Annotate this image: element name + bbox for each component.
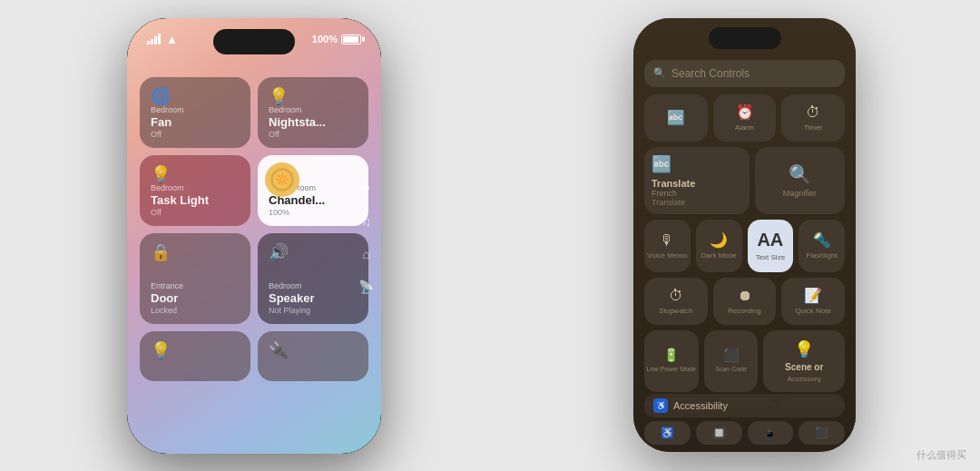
door-sub: Locked	[151, 306, 240, 315]
translate-tile[interactable]: 🔤 Translate French Translate	[644, 147, 750, 214]
accessibility-icon: ♿	[653, 398, 668, 413]
battery-text: 100%	[312, 34, 338, 44]
quick-note-label: Quick Note	[795, 307, 831, 315]
voice-memo-label: Voice Memo	[647, 251, 687, 260]
translate-bottom: Translate	[652, 198, 742, 207]
scan-code-label: Scan Code	[715, 365, 747, 373]
fan-icon: 🌀	[151, 86, 171, 106]
flashlight-icon: 🔦	[813, 231, 831, 249]
fan-sub: Off	[151, 130, 240, 139]
recording-icon: ⏺	[738, 288, 752, 304]
left-screen: ▲ 100% 🌀 Bedroom Fan Off	[127, 18, 381, 454]
dark-mode-tile[interactable]: 🌙 Dark Mode	[696, 220, 742, 272]
nightstand-room: Bedroom	[269, 105, 358, 115]
recording-label: Recording	[728, 307, 760, 315]
translate-sub: French	[652, 189, 742, 198]
chandelier-ring-inner: 🔆	[270, 168, 294, 191]
bottom-icon-2[interactable]: 🔲	[696, 421, 742, 445]
tasklight-name: Task Light	[151, 193, 240, 208]
low-power-tile[interactable]: 🔋 Low Power Mode	[644, 330, 699, 392]
chandelier-sub: 100%	[269, 208, 358, 217]
translate-icon: 🔤	[652, 154, 742, 174]
scene-sub: Accessory	[788, 375, 821, 383]
alarm-label: Alarm	[735, 123, 754, 132]
stopwatch-row: ⏱ Stopwatch ⏺ Recording 📝 Quick Note	[644, 278, 845, 325]
search-icon: 🔍	[653, 67, 666, 79]
dark-mode-icon: 🌙	[710, 231, 728, 249]
translate-small-tile[interactable]: 🔤	[644, 94, 708, 142]
top-icon-row: 🔤 ⏰ Alarm ⏱ Timer	[644, 94, 845, 142]
stopwatch-label: Stopwatch	[659, 307, 692, 315]
left-phone-body: ▲ 100% 🌀 Bedroom Fan Off	[127, 18, 381, 454]
right-phone: 🔍 Search Controls 🔤 ⏰ Alarm ⏱ Timer	[617, 14, 871, 458]
timer-label: Timer	[804, 123, 822, 132]
status-right: 100%	[312, 34, 361, 44]
outlet-tile[interactable]: 🔌	[258, 331, 368, 381]
timer-tile[interactable]: ⏱ Timer	[781, 94, 845, 142]
speaker-name: Speaker	[269, 291, 358, 306]
nightstand-tile[interactable]: 💡 Bedroom Nightsta... Off	[258, 77, 368, 148]
lock-icon: 🔒	[151, 242, 171, 262]
screen-right-icons: ♥ ♫ ⌂ 📡	[358, 182, 374, 294]
music-icon: ♫	[361, 214, 371, 229]
door-name: Door	[151, 291, 240, 306]
low-power-icon: 🔋	[663, 348, 679, 362]
accessibility-text: Accessibility	[673, 400, 728, 411]
left-phone: ▲ 100% 🌀 Bedroom Fan Off	[109, 14, 399, 458]
search-controls-bar[interactable]: 🔍 Search Controls	[644, 60, 845, 87]
extra-light-tile[interactable]: 💡	[140, 331, 250, 381]
battery-icon	[341, 34, 361, 44]
speaker-icon: 🔊	[269, 242, 289, 262]
speaker-room: Bedroom	[269, 281, 358, 291]
chandelier-ring: 🔆	[265, 162, 299, 197]
chandelier-tile[interactable]: 🔆 Dining Room Chandel... 100%	[258, 155, 368, 226]
magnifier-label: Magnifier	[783, 189, 817, 198]
text-size-tile[interactable]: AA Text Size	[748, 220, 794, 272]
fan-room: Bedroom	[151, 105, 240, 115]
bottom-icon-3[interactable]: 📱	[748, 421, 794, 445]
quick-note-tile[interactable]: 📝 Quick Note	[781, 278, 845, 325]
scan-code-tile[interactable]: ⬛ Scan Code	[704, 330, 759, 392]
nightstand-icon: 💡	[269, 86, 289, 106]
voice-memo-icon: 🎙	[660, 232, 674, 249]
controls-list: 🔤 ⏰ Alarm ⏱ Timer 🔤 Translate	[644, 94, 845, 407]
wifi-small-icon: 📡	[358, 280, 374, 294]
stopwatch-tile[interactable]: ⏱ Stopwatch	[644, 278, 708, 325]
tasklight-icon: 💡	[151, 164, 171, 184]
voice-memo-tile[interactable]: 🎙 Voice Memo	[644, 220, 691, 272]
stopwatch-icon: ⏱	[669, 288, 683, 304]
battery-fill	[343, 36, 358, 43]
door-tile[interactable]: 🔒 Entrance Door Locked	[140, 233, 250, 324]
recording-tile[interactable]: ⏺ Recording	[713, 278, 777, 325]
alarm-tile[interactable]: ⏰ Alarm	[713, 94, 777, 142]
magnifier-tile[interactable]: 🔍 Magnifier	[755, 147, 846, 214]
tasklight-tile[interactable]: 💡 Bedroom Task Light Off	[140, 155, 250, 226]
fan-name: Fan	[151, 115, 240, 130]
extra-light-icon: 💡	[151, 340, 171, 360]
text-size-icon: AA	[757, 230, 783, 250]
home-icon: ⌂	[362, 247, 369, 261]
nightstand-sub: Off	[269, 130, 358, 139]
translate-row: 🔤 Translate French Translate 🔍 Magnifier	[644, 147, 845, 214]
fan-tile[interactable]: 🌀 Bedroom Fan Off	[140, 77, 250, 148]
door-label: Entrance	[151, 281, 240, 291]
low-power-label: Low Power Mode	[647, 365, 696, 373]
scene-title: Scene or	[785, 362, 823, 372]
scene-accessory-tile[interactable]: 💡 Scene or Accessory	[763, 330, 845, 392]
bottom-icon-4[interactable]: ⬛	[799, 421, 845, 445]
speaker-sub: Not Playing	[269, 306, 358, 315]
bottom-icon-1[interactable]: ♿	[644, 421, 691, 445]
right-screen: 🔍 Search Controls 🔤 ⏰ Alarm ⏱ Timer	[633, 18, 856, 452]
timer-icon: ⏱	[806, 104, 820, 121]
speaker-tile[interactable]: 🔊 Bedroom Speaker Not Playing	[258, 233, 368, 324]
status-left: ▲	[147, 33, 178, 46]
search-placeholder-text: Search Controls	[671, 67, 750, 80]
text-size-label: Text Size	[756, 253, 785, 261]
left-notch	[213, 29, 295, 54]
flashlight-tile[interactable]: 🔦 Flashlight	[799, 220, 845, 272]
accessibility-bar[interactable]: ♿ Accessibility	[644, 394, 845, 417]
scene-icon: 💡	[794, 339, 814, 359]
scene-row: 🔋 Low Power Mode ⬛ Scan Code 💡 Scene or …	[644, 330, 845, 392]
outlet-icon: 🔌	[269, 340, 289, 360]
nightstand-name: Nightsta...	[269, 115, 358, 130]
